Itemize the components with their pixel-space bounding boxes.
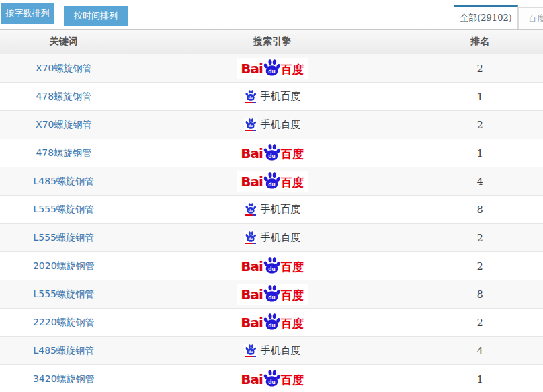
keyword-link[interactable]: L555螺旋钢管: [33, 204, 94, 214]
tab-baidu[interactable]: 百度: [518, 7, 543, 29]
mobile-baidu-logo: du 手机百度: [244, 203, 301, 217]
mobile-baidu-label: 手机百度: [261, 231, 301, 244]
baidu-logo-bai-text: Bai: [241, 260, 263, 273]
table-row: X70螺旋钢管 du: [0, 111, 543, 139]
rank-value: 1: [417, 139, 543, 167]
mobile-baidu-logo: du 手机百度: [244, 231, 301, 245]
table-row: X70螺旋钢管 Bai du 百度 2: [0, 54, 543, 83]
table-row: L555螺旋钢管 du: [0, 224, 543, 252]
table-row: 478螺旋钢管 Bai du 百度 1: [0, 139, 543, 167]
keyword-link[interactable]: L555螺旋钢管: [33, 288, 94, 299]
baidu-logo-cn-text: 百度: [281, 177, 304, 188]
column-header-rank: 排名: [417, 30, 543, 54]
baidu-logo-bai-text: Bai: [241, 62, 263, 75]
baidu-logo-du-text: du: [268, 68, 275, 75]
baidu-pc-logo: Bai du 百度: [237, 368, 308, 390]
baidu-logo-bai-text: Bai: [241, 288, 263, 301]
mobile-baidu-logo: du 手机百度: [244, 344, 301, 358]
rank-value: 1: [417, 365, 543, 392]
rank-value: 8: [417, 196, 543, 224]
table-row: L485螺旋钢管 Bai du 百度 4: [0, 167, 543, 196]
table-row: L485螺旋钢管 du: [0, 337, 543, 365]
sort-by-wordcount-button[interactable]: 按字数排列: [1, 3, 54, 24]
baidu-mobile-icon: du: [244, 90, 257, 104]
baidu-logo-cn-text: 百度: [281, 318, 304, 329]
baidu-pc-logo: Bai du 百度: [237, 256, 308, 277]
rank-value: 4: [417, 337, 543, 365]
baidu-logo-du-text: du: [268, 379, 275, 385]
baidu-paw-icon: du: [263, 144, 280, 161]
keyword-ranking-table: 关键词 搜索引擎 排名 X70螺旋钢管 Bai: [0, 29, 543, 392]
baidu-logo-bai-text: Bai: [241, 147, 263, 160]
keyword-link[interactable]: 478螺旋钢管: [36, 91, 91, 102]
baidu-paw-icon: du: [263, 257, 280, 274]
rank-value: 2: [417, 54, 543, 83]
baidu-logo-cn-text: 百度: [281, 290, 304, 301]
mobile-baidu-logo: du 手机百度: [244, 90, 301, 104]
keyword-link[interactable]: X70螺旋钢管: [36, 63, 91, 73]
rank-value: 1: [417, 83, 543, 111]
baidu-mobile-underline-blue: [253, 243, 256, 244]
baidu-pc-logo: Bai du 百度: [237, 312, 308, 334]
baidu-mobile-underline-blue: [253, 214, 256, 216]
baidu-logo-cn-text: 百度: [281, 64, 304, 75]
column-header-engine: 搜索引擎: [128, 30, 417, 54]
baidu-paw-icon: du: [263, 313, 280, 330]
baidu-paw-icon: du: [263, 172, 280, 189]
rank-value: 4: [417, 167, 543, 196]
baidu-pc-logo: Bai du 百度: [237, 171, 308, 192]
sort-by-time-button[interactable]: 按时间排列: [64, 6, 128, 26]
baidu-mobile-underline-red: [245, 102, 253, 103]
baidu-pc-logo: Bai du 百度: [237, 284, 308, 305]
svg-text:du: du: [248, 237, 253, 241]
mobile-baidu-label: 手机百度: [261, 344, 301, 357]
baidu-logo-cn-text: 百度: [281, 262, 304, 273]
keyword-link[interactable]: 3420螺旋钢管: [33, 373, 95, 384]
table-row: 3420螺旋钢管 Bai du 百度 1: [0, 365, 543, 392]
keyword-link[interactable]: X70螺旋钢管: [36, 119, 91, 130]
mobile-baidu-label: 手机百度: [261, 118, 301, 131]
keyword-link[interactable]: 2220螺旋钢管: [33, 317, 95, 327]
rank-value: 2: [417, 111, 543, 139]
baidu-mobile-underline-blue: [253, 130, 256, 131]
baidu-mobile-icon: du: [244, 231, 257, 245]
baidu-logo-bai-text: Bai: [241, 373, 263, 386]
baidu-pc-logo: Bai du 百度: [237, 58, 308, 79]
rank-value: 2: [417, 252, 543, 280]
baidu-mobile-icon: du: [244, 344, 257, 358]
baidu-mobile-icon: du: [244, 118, 257, 132]
keyword-link[interactable]: L555螺旋钢管: [33, 232, 94, 243]
mobile-baidu-logo: du 手机百度: [244, 118, 301, 132]
keyword-link[interactable]: L485螺旋钢管: [33, 175, 94, 186]
baidu-mobile-underline-red: [245, 214, 253, 216]
baidu-paw-icon: du: [263, 370, 280, 387]
mobile-baidu-label: 手机百度: [261, 90, 301, 103]
svg-text:du: du: [248, 208, 253, 212]
baidu-mobile-underline-red: [245, 356, 253, 357]
keyword-link[interactable]: L485螺旋钢管: [33, 345, 94, 356]
baidu-mobile-underline-blue: [253, 356, 256, 357]
baidu-logo-du-text: du: [268, 266, 275, 272]
baidu-mobile-underline-blue: [253, 102, 256, 103]
baidu-pc-logo: Bai du 百度: [237, 143, 308, 164]
baidu-mobile-underline-red: [245, 130, 253, 131]
baidu-logo-du-text: du: [268, 153, 275, 159]
table-row: 478螺旋钢管 du: [0, 83, 543, 111]
column-header-keyword: 关键词: [0, 30, 128, 54]
keyword-link[interactable]: 478螺旋钢管: [36, 147, 91, 158]
rank-value: 2: [417, 224, 543, 252]
keyword-link[interactable]: 2020螺旋钢管: [33, 260, 95, 271]
svg-text:du: du: [248, 124, 253, 128]
tab-all[interactable]: 全部(29102): [454, 5, 518, 29]
baidu-logo-cn-text: 百度: [281, 375, 304, 386]
table-header-row: 关键词 搜索引擎 排名: [0, 30, 543, 54]
baidu-paw-icon: du: [263, 59, 280, 76]
table-row: L555螺旋钢管 Bai du 百度 8: [0, 280, 543, 309]
baidu-logo-du-text: du: [268, 322, 275, 329]
rank-value: 2: [417, 309, 543, 337]
baidu-logo-du-text: du: [268, 181, 275, 188]
rank-value: 8: [417, 280, 543, 309]
keyword-rank-page: 按字数排列 按时间排列 全部(29102) 百度 关键词 搜索引擎 排名 X70…: [0, 0, 543, 392]
baidu-logo-du-text: du: [268, 294, 275, 301]
table-row: 2020螺旋钢管 Bai du 百度 2: [0, 252, 543, 280]
